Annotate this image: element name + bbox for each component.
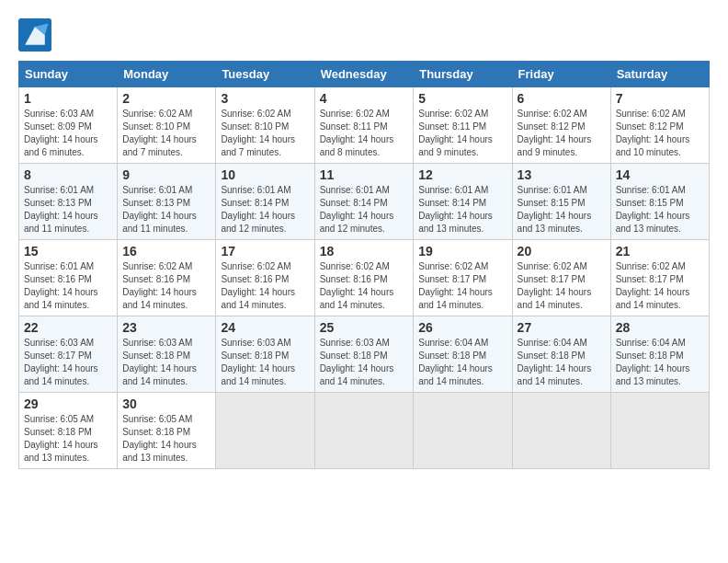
day-number: 4	[320, 91, 409, 106]
day-number: 22	[24, 320, 112, 335]
week-row-1: 1 Sunrise: 6:03 AM Sunset: 8:09 PM Dayli…	[19, 87, 710, 164]
day-info: Sunrise: 6:03 AM Sunset: 8:18 PM Dayligh…	[221, 337, 309, 388]
week-row-4: 22 Sunrise: 6:03 AM Sunset: 8:17 PM Dayl…	[19, 316, 710, 393]
day-cell: 12 Sunrise: 6:01 AM Sunset: 8:14 PM Dayl…	[414, 164, 512, 240]
day-cell	[512, 393, 610, 469]
day-cell: 25 Sunrise: 6:03 AM Sunset: 8:18 PM Dayl…	[314, 316, 414, 393]
week-row-3: 15 Sunrise: 6:01 AM Sunset: 8:16 PM Dayl…	[19, 240, 710, 316]
day-info: Sunrise: 6:02 AM Sunset: 8:16 PM Dayligh…	[320, 260, 409, 312]
day-number: 17	[221, 244, 309, 259]
weekday-header-tuesday: Tuesday	[216, 62, 314, 87]
day-cell: 15 Sunrise: 6:01 AM Sunset: 8:16 PM Dayl…	[19, 240, 118, 316]
day-cell: 20 Sunrise: 6:02 AM Sunset: 8:17 PM Dayl…	[512, 240, 610, 316]
day-cell: 9 Sunrise: 6:01 AM Sunset: 8:13 PM Dayli…	[118, 164, 216, 240]
day-cell: 28 Sunrise: 6:04 AM Sunset: 8:18 PM Dayl…	[610, 316, 709, 393]
day-number: 26	[418, 320, 506, 335]
day-info: Sunrise: 6:02 AM Sunset: 8:10 PM Dayligh…	[221, 108, 309, 159]
day-number: 24	[221, 320, 309, 335]
day-info: Sunrise: 6:05 AM Sunset: 8:18 PM Dayligh…	[24, 413, 112, 465]
day-info: Sunrise: 6:04 AM Sunset: 8:18 PM Dayligh…	[518, 337, 606, 388]
day-info: Sunrise: 6:02 AM Sunset: 8:12 PM Dayligh…	[518, 108, 606, 159]
day-number: 15	[24, 244, 112, 259]
day-number: 8	[24, 167, 112, 182]
day-number: 9	[122, 167, 210, 182]
day-number: 19	[418, 244, 506, 259]
day-number: 6	[518, 91, 606, 106]
day-info: Sunrise: 6:03 AM Sunset: 8:18 PM Dayligh…	[122, 337, 210, 388]
day-cell: 4 Sunrise: 6:02 AM Sunset: 8:11 PM Dayli…	[314, 87, 414, 164]
calendar-table: SundayMondayTuesdayWednesdayThursdayFrid…	[18, 61, 710, 469]
day-cell	[314, 393, 414, 469]
day-number: 2	[122, 91, 210, 106]
day-cell: 3 Sunrise: 6:02 AM Sunset: 8:10 PM Dayli…	[216, 87, 314, 164]
day-cell: 8 Sunrise: 6:01 AM Sunset: 8:13 PM Dayli…	[19, 164, 118, 240]
day-info: Sunrise: 6:03 AM Sunset: 8:17 PM Dayligh…	[24, 337, 112, 388]
day-cell: 26 Sunrise: 6:04 AM Sunset: 8:18 PM Dayl…	[414, 316, 512, 393]
day-number: 3	[221, 91, 309, 106]
day-cell: 19 Sunrise: 6:02 AM Sunset: 8:17 PM Dayl…	[414, 240, 512, 316]
day-number: 25	[320, 320, 409, 335]
day-info: Sunrise: 6:01 AM Sunset: 8:14 PM Dayligh…	[221, 184, 309, 236]
day-info: Sunrise: 6:03 AM Sunset: 8:18 PM Dayligh…	[320, 337, 409, 388]
week-row-2: 8 Sunrise: 6:01 AM Sunset: 8:13 PM Dayli…	[19, 164, 710, 240]
day-info: Sunrise: 6:02 AM Sunset: 8:11 PM Dayligh…	[418, 108, 506, 159]
day-cell: 30 Sunrise: 6:05 AM Sunset: 8:18 PM Dayl…	[118, 393, 216, 469]
day-cell: 11 Sunrise: 6:01 AM Sunset: 8:14 PM Dayl…	[314, 164, 414, 240]
day-info: Sunrise: 6:01 AM Sunset: 8:13 PM Dayligh…	[24, 184, 112, 236]
day-cell: 6 Sunrise: 6:02 AM Sunset: 8:12 PM Dayli…	[512, 87, 610, 164]
day-number: 1	[24, 91, 112, 106]
day-info: Sunrise: 6:04 AM Sunset: 8:18 PM Dayligh…	[616, 337, 704, 388]
day-info: Sunrise: 6:02 AM Sunset: 8:16 PM Dayligh…	[122, 260, 210, 312]
day-number: 23	[122, 320, 210, 335]
day-cell: 29 Sunrise: 6:05 AM Sunset: 8:18 PM Dayl…	[19, 393, 118, 469]
day-cell	[610, 393, 709, 469]
day-cell: 18 Sunrise: 6:02 AM Sunset: 8:16 PM Dayl…	[314, 240, 414, 316]
day-info: Sunrise: 6:03 AM Sunset: 8:09 PM Dayligh…	[24, 108, 112, 159]
weekday-header-wednesday: Wednesday	[314, 62, 414, 87]
day-info: Sunrise: 6:04 AM Sunset: 8:18 PM Dayligh…	[418, 337, 506, 388]
day-cell	[414, 393, 512, 469]
day-info: Sunrise: 6:01 AM Sunset: 8:13 PM Dayligh…	[122, 184, 210, 236]
day-info: Sunrise: 6:02 AM Sunset: 8:10 PM Dayligh…	[122, 108, 210, 159]
day-cell: 13 Sunrise: 6:01 AM Sunset: 8:15 PM Dayl…	[512, 164, 610, 240]
weekday-header-row: SundayMondayTuesdayWednesdayThursdayFrid…	[19, 62, 710, 87]
day-info: Sunrise: 6:01 AM Sunset: 8:14 PM Dayligh…	[320, 184, 409, 236]
day-number: 10	[221, 167, 309, 182]
day-info: Sunrise: 6:02 AM Sunset: 8:11 PM Dayligh…	[320, 108, 409, 159]
day-info: Sunrise: 6:02 AM Sunset: 8:16 PM Dayligh…	[221, 260, 309, 312]
day-number: 21	[616, 244, 704, 259]
week-row-5: 29 Sunrise: 6:05 AM Sunset: 8:18 PM Dayl…	[19, 393, 710, 469]
day-number: 27	[518, 320, 606, 335]
day-cell: 7 Sunrise: 6:02 AM Sunset: 8:12 PM Dayli…	[610, 87, 709, 164]
day-cell: 16 Sunrise: 6:02 AM Sunset: 8:16 PM Dayl…	[118, 240, 216, 316]
day-cell: 27 Sunrise: 6:04 AM Sunset: 8:18 PM Dayl…	[512, 316, 610, 393]
day-cell: 22 Sunrise: 6:03 AM Sunset: 8:17 PM Dayl…	[19, 316, 118, 393]
logo-icon	[18, 18, 51, 52]
day-cell: 24 Sunrise: 6:03 AM Sunset: 8:18 PM Dayl…	[216, 316, 314, 393]
day-info: Sunrise: 6:01 AM Sunset: 8:14 PM Dayligh…	[418, 184, 506, 236]
day-number: 30	[122, 396, 210, 411]
day-info: Sunrise: 6:02 AM Sunset: 8:17 PM Dayligh…	[418, 260, 506, 312]
day-cell: 1 Sunrise: 6:03 AM Sunset: 8:09 PM Dayli…	[19, 87, 118, 164]
day-number: 16	[122, 244, 210, 259]
header	[18, 18, 710, 52]
day-number: 28	[616, 320, 704, 335]
weekday-header-saturday: Saturday	[610, 62, 709, 87]
day-info: Sunrise: 6:01 AM Sunset: 8:15 PM Dayligh…	[518, 184, 606, 236]
day-number: 14	[616, 167, 704, 182]
day-number: 11	[320, 167, 409, 182]
day-cell: 10 Sunrise: 6:01 AM Sunset: 8:14 PM Dayl…	[216, 164, 314, 240]
day-number: 5	[418, 91, 506, 106]
day-cell: 5 Sunrise: 6:02 AM Sunset: 8:11 PM Dayli…	[414, 87, 512, 164]
day-cell: 21 Sunrise: 6:02 AM Sunset: 8:17 PM Dayl…	[610, 240, 709, 316]
day-info: Sunrise: 6:01 AM Sunset: 8:16 PM Dayligh…	[24, 260, 112, 312]
weekday-header-thursday: Thursday	[414, 62, 512, 87]
day-cell	[216, 393, 314, 469]
day-info: Sunrise: 6:05 AM Sunset: 8:18 PM Dayligh…	[122, 413, 210, 465]
weekday-header-sunday: Sunday	[19, 62, 118, 87]
day-info: Sunrise: 6:01 AM Sunset: 8:15 PM Dayligh…	[616, 184, 704, 236]
day-info: Sunrise: 6:02 AM Sunset: 8:12 PM Dayligh…	[616, 108, 704, 159]
day-number: 12	[418, 167, 506, 182]
day-info: Sunrise: 6:02 AM Sunset: 8:17 PM Dayligh…	[616, 260, 704, 312]
day-number: 18	[320, 244, 409, 259]
